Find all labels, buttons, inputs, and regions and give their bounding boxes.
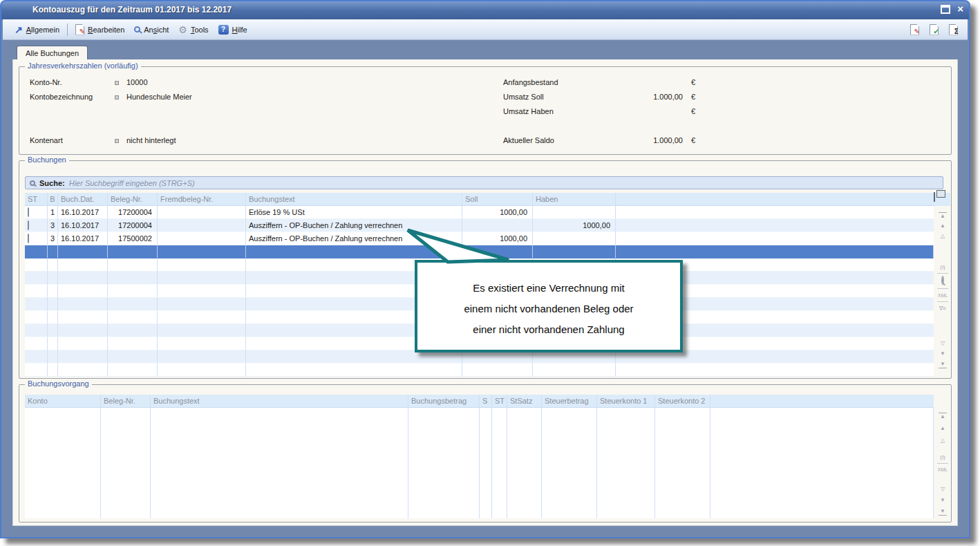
xml-icon[interactable]: XML xyxy=(935,467,950,473)
arrow-up-right-icon: ↗ xyxy=(15,26,23,34)
col-fremdbeleg[interactable]: Fremdbeleg-Nr. xyxy=(158,193,246,206)
column-width-icon[interactable]: (I) xyxy=(935,264,950,271)
col-stsatz[interactable]: StSatz xyxy=(507,395,542,408)
menu-tools[interactable]: ⚙ Tools xyxy=(173,23,213,37)
document-edit-icon[interactable]: ✎ xyxy=(910,24,919,35)
xml-icon[interactable]: XML xyxy=(935,292,950,299)
gear-icon: ⚙ xyxy=(178,25,187,35)
menu-allgemein[interactable]: ↗ Allgemein xyxy=(10,23,64,36)
bookings-legend: Buchungen xyxy=(25,156,69,164)
col-konto[interactable]: Konto xyxy=(25,395,101,408)
summary-group: Jahresverkehrszahlen (vorläufig) Konto-N… xyxy=(19,66,952,155)
step-up-icon[interactable]: △ xyxy=(935,233,950,240)
scroll-top-icon[interactable]: ▲ xyxy=(939,413,947,420)
zoom-search-icon[interactable] xyxy=(935,277,950,284)
scroll-top-icon[interactable]: ▲ xyxy=(939,212,947,220)
magnifier-icon xyxy=(134,26,140,32)
table-row[interactable] xyxy=(25,364,934,377)
edit-document-icon: ✎ xyxy=(75,24,84,35)
scroll-bottom-icon[interactable]: ▼ xyxy=(939,361,947,368)
col-filler xyxy=(710,395,934,408)
col-buchungstext[interactable]: Buchungstext xyxy=(151,395,408,408)
col-beleg[interactable]: Beleg-Nr. xyxy=(108,193,158,206)
field-umsatz-haben: Umsatz Haben € xyxy=(19,107,710,117)
field-anfangsbestand: Anfangsbestand € xyxy=(19,78,710,88)
column-width-icon[interactable]: (I) xyxy=(935,454,950,461)
col-filler xyxy=(616,193,934,206)
col-buchungstext[interactable]: Buchungstext xyxy=(246,193,462,206)
warning-callout: Es existiert eine Verrechnung mit einem … xyxy=(415,260,683,352)
search-icon xyxy=(30,180,35,186)
col-soll[interactable]: Soll xyxy=(462,193,533,206)
col-beleg[interactable]: Beleg-Nr. xyxy=(101,395,151,408)
callout-pointer-icon xyxy=(404,227,514,265)
menu-separator xyxy=(67,23,68,36)
restore-icon[interactable] xyxy=(941,5,950,14)
col-s[interactable]: S xyxy=(480,395,492,408)
strip-separator xyxy=(937,301,948,302)
col-buchdat[interactable]: Buch.Dat. xyxy=(58,193,108,206)
strip-separator xyxy=(937,288,948,289)
currency-symbol: € xyxy=(691,107,695,115)
summary-legend: Jahresverkehrszahlen (vorläufig) xyxy=(25,62,141,70)
col-buchungsbetrag[interactable]: Buchungsbetrag xyxy=(408,395,480,408)
document-check-icon[interactable]: ✔ xyxy=(930,24,939,35)
detail-grid-icon[interactable] xyxy=(28,234,29,243)
menubar: ↗ Allgemein ✎ Bearbeiten Ansicht ⚙ Tools… xyxy=(3,19,968,40)
transaction-table: Konto Beleg-Nr. Buchungstext Buchungsbet… xyxy=(25,395,934,408)
menu-ansicht[interactable]: Ansicht xyxy=(129,23,173,36)
scroll-up-icon[interactable]: ▲ xyxy=(935,223,950,229)
scroll-bottom-icon[interactable]: ▼ xyxy=(939,508,947,516)
search-input[interactable] xyxy=(69,179,939,187)
step-up-icon[interactable]: △ xyxy=(935,437,950,444)
scroll-up-icon[interactable]: ▲ xyxy=(935,425,950,432)
strip-separator xyxy=(937,463,948,464)
col-b[interactable]: B xyxy=(48,193,58,206)
col-steuerbetrag[interactable]: Steuerbetrag xyxy=(542,395,597,408)
currency-symbol: € xyxy=(691,136,695,144)
tab-strip: Alle Buchungen xyxy=(3,40,968,59)
titlebar: Kontoauszug für den Zeitraum 01.2017 bis… xyxy=(1,1,969,19)
col-haben[interactable]: Haben xyxy=(533,193,616,206)
transaction-header-row: Konto Beleg-Nr. Buchungstext Buchungsbet… xyxy=(25,395,934,408)
help-icon: ? xyxy=(218,25,229,35)
scroll-down-icon[interactable]: ▼ xyxy=(935,350,950,357)
filter-icon[interactable]: ∇≡ xyxy=(935,305,950,312)
field-aktueller-saldo: Aktueller Saldo 1.000,00 € xyxy=(19,136,710,147)
currency-symbol: € xyxy=(691,93,695,101)
strip-separator xyxy=(937,273,948,274)
menu-bearbeiten[interactable]: ✎ Bearbeiten xyxy=(70,22,129,37)
window-title: Kontoauszug für den Zeitraum 01.2017 bis… xyxy=(32,5,232,15)
col-st[interactable]: ST xyxy=(25,193,48,206)
menu-hilfe[interactable]: ? Hilfe xyxy=(214,23,252,37)
col-st[interactable]: ST xyxy=(492,395,507,408)
col-steuerkonto2[interactable]: Steuerkonto 2 xyxy=(655,395,710,408)
search-bar: Suche: xyxy=(25,176,943,189)
transaction-table-body[interactable] xyxy=(25,408,934,518)
close-icon[interactable]: × xyxy=(957,4,963,14)
bookings-header-row: ST B Buch.Dat. Beleg-Nr. Fremdbeleg-Nr. … xyxy=(25,193,934,206)
field-umsatz-soll: Umsatz Soll 1.000,00 € xyxy=(19,93,710,103)
step-down-icon[interactable]: ▽ xyxy=(935,340,950,347)
document-sum-icon[interactable]: Σ xyxy=(949,24,958,35)
screen: Kontoauszug für den Zeitraum 01.2017 bis… xyxy=(0,0,980,546)
detail-grid-icon[interactable] xyxy=(28,220,29,230)
transaction-group: Buchungsvorgang Konto Beleg-Nr. Buchungs… xyxy=(19,384,952,523)
tab-alle-buchungen[interactable]: Alle Buchungen xyxy=(17,46,88,59)
step-down-icon[interactable]: ▽ xyxy=(935,486,950,493)
col-steuerkonto1[interactable]: Steuerkonto 1 xyxy=(597,395,655,408)
search-label: Suche: xyxy=(39,179,65,187)
currency-symbol: € xyxy=(691,78,695,86)
scroll-down-icon[interactable]: ▼ xyxy=(935,497,950,504)
column-chooser-icon[interactable] xyxy=(934,193,950,206)
detail-grid-icon[interactable] xyxy=(28,207,29,217)
table-row[interactable]: 1 16.10.2017 17200004 Erlöse 19 % USt 10… xyxy=(25,206,934,219)
transaction-legend: Buchungsvorgang xyxy=(25,379,92,388)
